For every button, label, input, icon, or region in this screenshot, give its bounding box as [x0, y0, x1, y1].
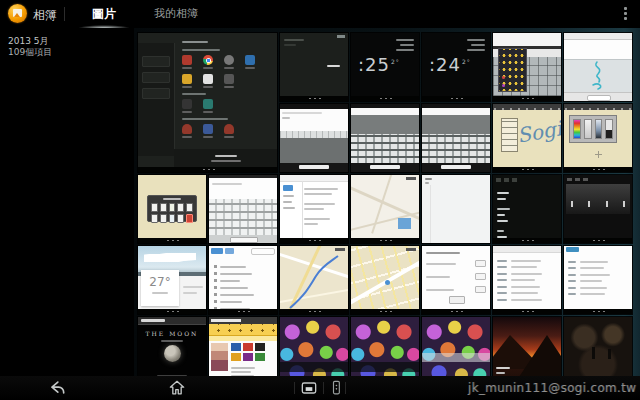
thumbnail-map-screen-1[interactable]	[351, 175, 419, 243]
thumbnail-weather-screen[interactable]: 27°	[138, 246, 206, 314]
thumbnail-map-screen-2[interactable]	[351, 246, 419, 314]
thumbnail-gems-wallpaper-1[interactable]	[280, 317, 348, 385]
thumbnail-keyboard-screen-3[interactable]	[209, 175, 277, 243]
overflow-menu-icon[interactable]	[622, 7, 628, 22]
action-bar: 相簿 圖片 我的相簿	[0, 0, 640, 28]
thumbnail-map-route-screen[interactable]	[280, 246, 348, 314]
app-title: 相簿	[33, 7, 57, 24]
thumbnail-menu-list-screen[interactable]	[209, 246, 277, 314]
tab-pictures[interactable]: 圖片	[72, 0, 136, 28]
quick-app-button[interactable]	[326, 378, 346, 398]
clock-text: :252°	[358, 54, 400, 75]
thumbnail-sogi-sketch-screen[interactable]: Sogi	[493, 104, 561, 172]
thumbnail-dark-list-screen[interactable]	[493, 175, 561, 243]
recents-icon	[299, 378, 319, 398]
thumbnail-table-list-screen-2[interactable]	[564, 246, 632, 314]
temperature-text: 27°	[141, 275, 179, 289]
thumbnail-keyboard-screen-2[interactable]	[422, 104, 490, 172]
thumbnail-dark-app-screen[interactable]	[280, 33, 348, 101]
home-icon	[167, 378, 187, 398]
handwriting-text: Sogi	[515, 116, 561, 147]
photo-glyph-icon	[13, 9, 22, 17]
tab-my-albums-label: 我的相簿	[154, 7, 198, 20]
thumbnail-gems-wallpaper-2[interactable]	[351, 317, 419, 385]
group-count-label: 109個項目	[8, 47, 52, 58]
clock-text: :242°	[429, 54, 471, 75]
moon-title-text: THE MOON	[138, 330, 206, 337]
thumbnail-form-document-screen[interactable]	[422, 246, 490, 314]
thumbnail-media-player-screen[interactable]	[564, 175, 632, 243]
back-icon	[47, 378, 67, 398]
watermark-text: jk_munin111@sogi.com.tw	[468, 381, 636, 395]
thumbnail-lockscreen-clock-24[interactable]: :242°	[422, 33, 490, 101]
thumbnail-lockscreen-clock-25[interactable]: :252°	[351, 33, 419, 101]
thumbnail-keyboard-screen-1[interactable]	[351, 104, 419, 172]
thumbnail-moon-webpage[interactable]: THE MOON	[138, 317, 206, 385]
thumbnail-paper-picker-screen[interactable]	[138, 175, 206, 243]
group-date-label: 2013 5月	[8, 36, 52, 47]
recents-button[interactable]	[299, 378, 319, 398]
thumbnail-note-with-keyboard-screen[interactable]	[280, 104, 348, 172]
system-navbar: jk_munin111@sogi.com.tw	[0, 376, 640, 400]
thumbnail-table-list-screen-1[interactable]	[493, 246, 561, 314]
home-button[interactable]	[167, 378, 187, 398]
nav-separator	[294, 382, 295, 394]
back-button[interactable]	[47, 378, 67, 398]
thumbnail-sogi-webpage[interactable]	[209, 317, 277, 385]
thumbnail-emoji-keyboard-screen[interactable]	[493, 33, 561, 101]
thumbnail-gems-wallpaper-3[interactable]	[422, 317, 490, 385]
thumbnail-settings-split-screen[interactable]	[280, 175, 348, 243]
thumbnail-color-palette-screen[interactable]	[564, 104, 632, 172]
quick-app-icon	[326, 378, 346, 398]
tab-my-albums[interactable]: 我的相簿	[138, 0, 214, 28]
group-info: 2013 5月 109個項目	[8, 36, 52, 58]
thumbnail-blank-document-screen[interactable]	[422, 175, 490, 243]
nav-separator	[345, 382, 346, 394]
thumbnail-backup-restore-screen[interactable]	[138, 33, 277, 172]
tab-pictures-label: 圖片	[92, 7, 116, 21]
thumbnail-dark-movie-scene[interactable]	[564, 317, 632, 385]
nav-separator	[323, 382, 324, 394]
thumbnail-handwriting-note-screen[interactable]	[564, 33, 632, 101]
gallery-app-icon[interactable]	[8, 4, 27, 23]
tab-divider	[64, 7, 65, 21]
thumbnail-sunset-photo[interactable]	[493, 317, 561, 385]
